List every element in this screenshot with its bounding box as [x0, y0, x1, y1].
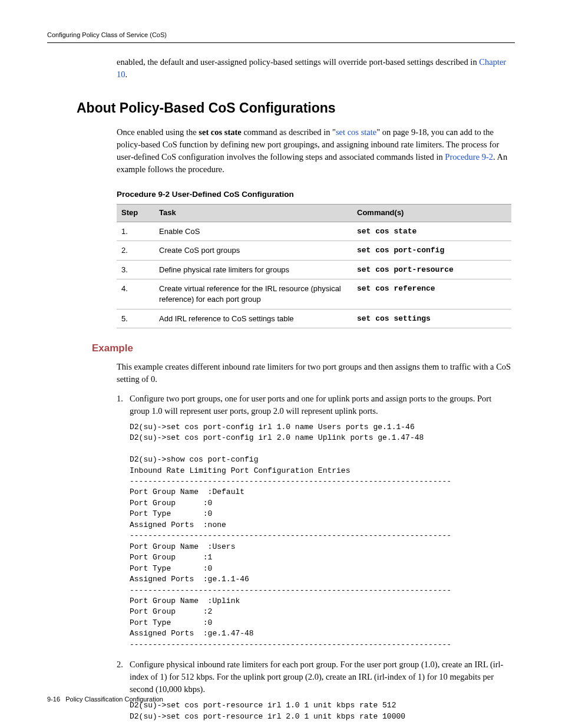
- command-cell: set cos settings: [352, 309, 511, 328]
- intro-text-pre: enabled, the default and user‐assigned p…: [117, 57, 479, 67]
- command-cell: set cos state: [352, 222, 511, 241]
- page-number: 9-16: [47, 696, 60, 703]
- example-steps: Configure two port groups, one for user …: [47, 393, 515, 723]
- list-item: Configure physical inbound rate limiters…: [130, 658, 515, 722]
- command-cell: set cos reference: [352, 279, 511, 309]
- step-cell: 3.: [117, 260, 154, 279]
- list-item: Configure two port groups, one for user …: [130, 393, 515, 651]
- task-cell: Create CoS port groups: [154, 241, 352, 261]
- step-cell: 5.: [117, 309, 154, 328]
- about-paragraph: Once enabled using the set cos state com…: [117, 126, 511, 176]
- command-cell: set cos port-resource: [352, 260, 511, 279]
- table-row: 5. Add IRL reference to CoS settings tab…: [117, 309, 511, 328]
- step-cell: 2.: [117, 241, 154, 261]
- task-cell: Add IRL reference to CoS settings table: [154, 309, 352, 328]
- procedure-title: Procedure 9-2 User-Defined CoS Configura…: [117, 189, 511, 200]
- example-intro: This example creates different inbound r…: [117, 361, 511, 386]
- set-cos-state-link[interactable]: set cos state: [336, 127, 376, 137]
- step-1-text: Configure two port groups, one for user …: [130, 394, 491, 416]
- step-2-text: Configure physical inbound rate limiters…: [130, 660, 503, 694]
- table-row: 4. Create virtual reference for the IRL …: [117, 279, 511, 309]
- table-row: 1. Enable CoS set cos state: [117, 222, 511, 241]
- table-row: 3. Define physical rate limiters for gro…: [117, 260, 511, 279]
- procedure-table: Step Task Command(s) 1. Enable CoS set c…: [117, 204, 511, 328]
- example-heading: Example: [92, 341, 515, 356]
- procedure-9-2-link[interactable]: Procedure 9‐2: [445, 152, 493, 162]
- section-heading: About Policy-Based CoS Configurations: [77, 98, 515, 118]
- step-2-code: D2(su)->set cos port-resource irl 1.0 1 …: [130, 700, 511, 722]
- command-cell: set cos port-config: [352, 241, 511, 261]
- running-header: Configuring Policy Class of Service (CoS…: [47, 31, 515, 43]
- footer-title: Policy Classification Configuration: [65, 696, 163, 703]
- intro-text-post: .: [125, 70, 128, 79]
- col-command: Command(s): [352, 204, 511, 222]
- about-cmd-name: set cos state: [199, 127, 241, 137]
- col-task: Task: [154, 204, 352, 222]
- step-cell: 1.: [117, 222, 154, 241]
- intro-paragraph: enabled, the default and user‐assigned p…: [117, 56, 511, 81]
- page-footer: 9-16 Policy Classification Configuration: [47, 695, 163, 704]
- step-1-code: D2(su)->set cos port-config irl 1.0 name…: [130, 422, 511, 651]
- step-cell: 4.: [117, 279, 154, 309]
- task-cell: Create virtual reference for the IRL res…: [154, 279, 352, 309]
- table-row: 2. Create CoS port groups set cos port-c…: [117, 241, 511, 261]
- task-cell: Enable CoS: [154, 222, 352, 241]
- task-cell: Define physical rate limiters for groups: [154, 260, 352, 279]
- about-text-1: Once enabled using the: [117, 127, 199, 137]
- col-step: Step: [117, 204, 154, 222]
- about-text-2: command as described in ": [242, 127, 336, 137]
